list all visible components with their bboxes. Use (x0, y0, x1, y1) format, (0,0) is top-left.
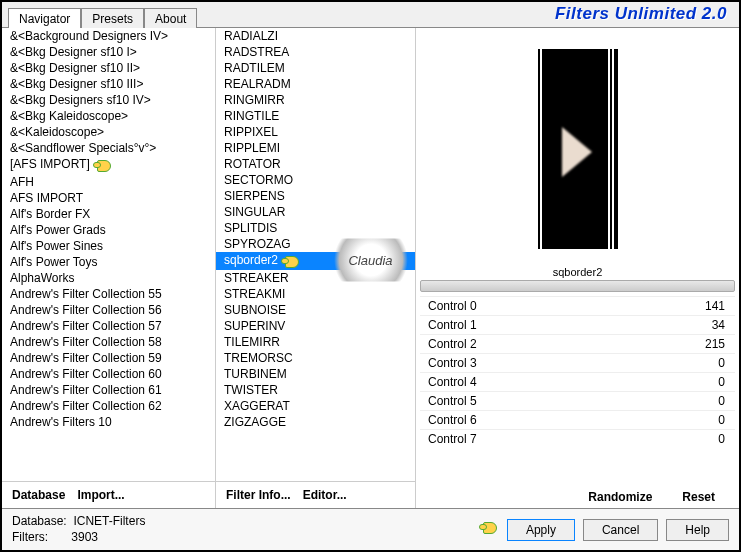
control-label: Control 3 (428, 356, 477, 370)
help-button[interactable]: Help (666, 519, 729, 541)
filter-item[interactable]: ROTATOR (216, 156, 415, 172)
filter-item[interactable]: RADIALZI (216, 28, 415, 44)
category-item[interactable]: Andrew's Filter Collection 57 (2, 318, 215, 334)
filter-item[interactable]: SINGULAR (216, 204, 415, 220)
category-item[interactable]: AFS IMPORT (2, 190, 215, 206)
control-row[interactable]: Control 40 (420, 372, 735, 391)
filter-item[interactable]: RIPPLEMI (216, 140, 415, 156)
filter-info-button[interactable]: Filter Info... (226, 488, 291, 502)
category-item[interactable]: &<Bkg Designer sf10 I> (2, 44, 215, 60)
category-item[interactable]: Andrew's Filter Collection 58 (2, 334, 215, 350)
filter-item[interactable]: SUPERINV (216, 318, 415, 334)
tab-presets[interactable]: Presets (81, 8, 144, 28)
category-item[interactable]: &<Bkg Designers sf10 IV> (2, 92, 215, 108)
category-column: &<Background Designers IV>&<Bkg Designer… (2, 28, 216, 508)
main-area: Claudia &<Background Designers IV>&<Bkg … (2, 28, 739, 508)
category-item[interactable]: [AFS IMPORT] (2, 156, 215, 174)
preview-image (538, 49, 618, 249)
filter-item[interactable]: SECTORMO (216, 172, 415, 188)
apply-button[interactable]: Apply (507, 519, 575, 541)
filter-item[interactable]: XAGGERAT (216, 398, 415, 414)
filter-item[interactable]: STREAKMI (216, 286, 415, 302)
hand-pointer-icon (479, 519, 499, 535)
category-item[interactable]: Andrew's Filter Collection 60 (2, 366, 215, 382)
category-item[interactable]: Andrew's Filter Collection 61 (2, 382, 215, 398)
tab-navigator[interactable]: Navigator (8, 8, 81, 28)
control-label: Control 6 (428, 413, 477, 427)
control-value: 215 (705, 337, 725, 351)
database-button[interactable]: Database (12, 488, 65, 502)
hand-pointer-icon (93, 157, 113, 173)
category-item[interactable]: AFH (2, 174, 215, 190)
category-item[interactable]: &<Kaleidoscope> (2, 124, 215, 140)
filter-list[interactable]: RADIALZIRADSTREARADTILEMREALRADMRINGMIRR… (216, 28, 415, 480)
control-label: Control 0 (428, 299, 477, 313)
preview-shape (562, 127, 592, 177)
footer-db-value: ICNET-Filters (73, 514, 145, 528)
control-row[interactable]: Control 134 (420, 315, 735, 334)
control-label: Control 7 (428, 432, 477, 446)
control-row[interactable]: Control 50 (420, 391, 735, 410)
header-bar: Navigator Presets About Filters Unlimite… (2, 2, 739, 28)
category-item[interactable]: Andrew's Filter Collection 56 (2, 302, 215, 318)
category-item[interactable]: &<Bkg Kaleidoscope> (2, 108, 215, 124)
preview-column: sqborder2 Control 0141Control 134Control… (416, 28, 739, 508)
filter-item[interactable]: STREAKER (216, 270, 415, 286)
filter-item[interactable]: RIPPIXEL (216, 124, 415, 140)
category-list[interactable]: &<Background Designers IV>&<Bkg Designer… (2, 28, 215, 480)
control-value: 0 (718, 375, 725, 389)
category-item[interactable]: Andrew's Filter Collection 59 (2, 350, 215, 366)
preview-slider[interactable] (420, 280, 735, 292)
control-row[interactable]: Control 2215 (420, 334, 735, 353)
editor-button[interactable]: Editor... (303, 488, 347, 502)
hand-pointer-icon (281, 253, 301, 269)
control-row[interactable]: Control 60 (420, 410, 735, 429)
tab-strip: Navigator Presets About (2, 7, 197, 27)
import-button[interactable]: Import... (77, 488, 124, 502)
control-value: 0 (718, 356, 725, 370)
control-label: Control 1 (428, 318, 477, 332)
filter-item[interactable]: RINGMIRR (216, 92, 415, 108)
footer-info: Database: ICNET-Filters Filters: 3903 (12, 514, 145, 545)
category-item[interactable]: &<Bkg Designer sf10 II> (2, 60, 215, 76)
randomize-button[interactable]: Randomize (588, 490, 652, 504)
tab-about[interactable]: About (144, 8, 197, 28)
category-item[interactable]: Andrew's Filters 10 (2, 414, 215, 430)
category-item[interactable]: &<Bkg Designer sf10 III> (2, 76, 215, 92)
category-item[interactable]: Alf's Power Toys (2, 254, 215, 270)
footer-db-label: Database: (12, 514, 67, 528)
filter-item[interactable]: RINGTILE (216, 108, 415, 124)
cancel-button[interactable]: Cancel (583, 519, 658, 541)
filter-item[interactable]: SUBNOISE (216, 302, 415, 318)
filter-item[interactable]: TREMORSC (216, 350, 415, 366)
filter-item[interactable]: SIERPENS (216, 188, 415, 204)
control-value: 34 (712, 318, 725, 332)
filter-item[interactable]: TILEMIRR (216, 334, 415, 350)
control-row[interactable]: Control 0141 (420, 296, 735, 315)
filter-item[interactable]: ZIGZAGGE (216, 414, 415, 430)
category-item[interactable]: Andrew's Filter Collection 55 (2, 286, 215, 302)
app-title: Filters Unlimited 2.0 (555, 4, 727, 24)
filter-item[interactable]: SPYROZAG (216, 236, 415, 252)
filter-item[interactable]: TWISTER (216, 382, 415, 398)
category-item[interactable]: Andrew's Filter Collection 62 (2, 398, 215, 414)
footer-filters-value: 3903 (71, 530, 98, 544)
control-row[interactable]: Control 30 (420, 353, 735, 372)
filter-item[interactable]: RADTILEM (216, 60, 415, 76)
category-item[interactable]: AlphaWorks (2, 270, 215, 286)
category-item[interactable]: Alf's Border FX (2, 206, 215, 222)
filter-item[interactable]: RADSTREA (216, 44, 415, 60)
filter-item[interactable]: sqborder2 (216, 252, 415, 270)
category-item[interactable]: &<Sandflower Specials°v°> (2, 140, 215, 156)
filter-item[interactable]: TURBINEM (216, 366, 415, 382)
filter-item[interactable]: REALRADM (216, 76, 415, 92)
preview-buttons: Randomize Reset (420, 484, 735, 508)
category-item[interactable]: Alf's Power Sines (2, 238, 215, 254)
filter-item[interactable]: SPLITDIS (216, 220, 415, 236)
category-item[interactable]: &<Background Designers IV> (2, 28, 215, 44)
control-row[interactable]: Control 70 (420, 429, 735, 448)
category-item[interactable]: Alf's Power Grads (2, 222, 215, 238)
reset-button[interactable]: Reset (682, 490, 715, 504)
filter-button-row: Filter Info... Editor... (216, 481, 415, 508)
control-value: 0 (718, 394, 725, 408)
